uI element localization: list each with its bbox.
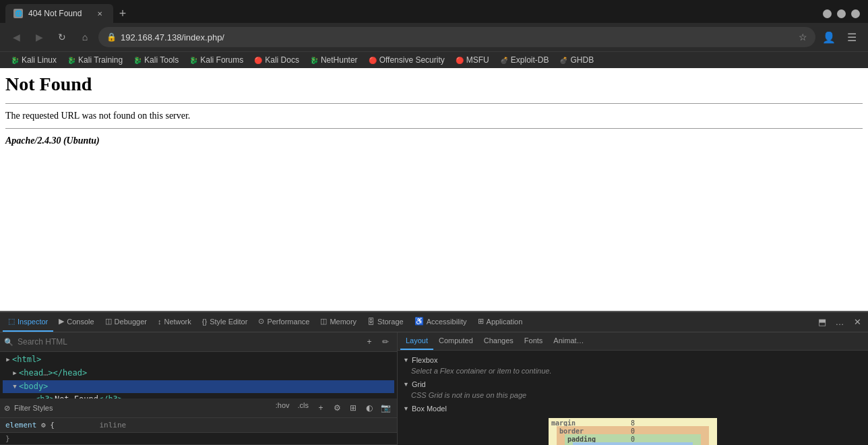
security-icon: 🔒 <box>106 32 117 42</box>
add-style-button[interactable]: + <box>313 400 328 415</box>
address-bar[interactable]: 🔒 192.168.47.138/index.php/ ☆ <box>98 27 815 47</box>
pick-element-button[interactable]: ✏ <box>378 334 393 349</box>
grid-section-header[interactable]: ▼ Grid <box>403 380 863 388</box>
toggle-style-button[interactable]: ◐ <box>362 400 377 415</box>
triangle-body: ▼ <box>11 382 19 392</box>
more-tools-button[interactable]: … <box>832 314 848 330</box>
bookmark-exploit-db[interactable]: 💣 Exploit-DB <box>496 54 553 66</box>
html-inspector-panel: 🔍 + ✏ ▶ <html> ▶ <head…></head> <box>0 332 398 445</box>
back-button[interactable]: ◀ <box>7 28 26 47</box>
navigation-bar: ◀ ▶ ↻ ⌂ 🔒 192.168.47.138/index.php/ ☆ 👤 … <box>0 23 868 51</box>
msfu-icon: 🔴 <box>456 56 464 64</box>
tab-computed[interactable]: Computed <box>433 332 478 350</box>
filter-actions: :hov .cls + ⚙ ⊞ ◐ 📷 <box>272 400 393 415</box>
kali-training-icon: 🐉 <box>67 56 75 64</box>
more-style-button[interactable]: ⊞ <box>346 400 361 415</box>
tree-line-body[interactable]: ▼ <body> <box>3 380 394 394</box>
box-model-visual: margin 8 8 8 8 border 0 <box>403 415 863 445</box>
bookmark-kali-training[interactable]: 🐉 Kali Training <box>63 54 127 66</box>
bookmarks-bar: 🐉 Kali Linux 🐉 Kali Training 🐉 Kali Tool… <box>0 51 868 68</box>
box-model-title: Box Model <box>412 405 447 413</box>
bookmark-ghdb[interactable]: 💣 GHDB <box>555 54 598 66</box>
tab-layout[interactable]: Layout <box>400 332 433 350</box>
style-editor-tab-label: Style Editor <box>210 318 247 326</box>
tab-changes[interactable]: Changes <box>478 332 519 350</box>
html-tree: ▶ <html> ▶ <head…></head> ▼ <body> <h3>N… <box>0 352 397 398</box>
exploit-db-icon: 💣 <box>500 56 508 64</box>
tree-line-head[interactable]: ▶ <head…></head> <box>3 367 394 380</box>
bookmark-kali-tools[interactable]: 🐉 Kali Tools <box>129 54 183 66</box>
console-tab-icon: ▶ <box>59 317 64 326</box>
settings-style-button[interactable]: ⚙ <box>330 400 344 415</box>
reload-button[interactable]: ↻ <box>53 28 71 47</box>
flexbox-title: Flexbox <box>412 356 438 364</box>
box-model-section-header[interactable]: ▼ Box Model <box>403 405 863 413</box>
grid-section-content: CSS Grid is not in use on this page <box>403 391 863 399</box>
devtools-tab-memory[interactable]: ◫ Memory <box>315 312 362 332</box>
devtools-tab-accessibility[interactable]: ♿ Accessibility <box>409 312 472 332</box>
home-button[interactable]: ⌂ <box>75 28 94 47</box>
active-tab[interactable]: 🌐 404 Not Found ✕ <box>5 4 113 23</box>
devtools-tab-performance[interactable]: ⊙ Performance <box>253 312 315 332</box>
tab-fonts[interactable]: Fonts <box>519 332 549 350</box>
bookmark-kali-linux[interactable]: 🐉 Kali Linux <box>7 54 61 66</box>
tab-close-button[interactable]: ✕ <box>94 8 105 19</box>
account-button[interactable]: 👤 <box>819 28 838 47</box>
cls-button[interactable]: .cls <box>294 400 313 415</box>
tab-title: 404 Not Found <box>28 9 89 18</box>
devtools-tab-network[interactable]: ↕ Network <box>152 313 197 332</box>
bookmark-kali-docs[interactable]: 🔴 Kali Docs <box>250 54 303 66</box>
bookmark-kali-docs-label: Kali Docs <box>265 55 299 65</box>
tab-favicon: 🌐 <box>13 9 23 18</box>
kali-docs-icon: 🔴 <box>254 56 262 64</box>
bookmark-nethunter-label: NetHunter <box>321 55 358 65</box>
network-tab-label: Network <box>164 318 191 326</box>
bookmark-nethunter[interactable]: 🐉 NetHunter <box>306 54 362 66</box>
flexbox-section-header[interactable]: ▼ Flexbox <box>403 356 863 364</box>
debugger-tab-label: Debugger <box>115 318 147 326</box>
screenshot-style-button[interactable]: 📷 <box>378 400 393 415</box>
triangle-html: ▶ <box>4 355 12 365</box>
new-tab-button[interactable]: + <box>113 4 132 23</box>
tag-h3-open: <h3> <box>35 393 55 398</box>
tag-body: <body> <box>19 380 48 394</box>
close-button[interactable] <box>851 9 860 18</box>
undock-button[interactable]: ⬒ <box>814 314 830 330</box>
tree-line-h3[interactable]: <h3>Not Found</h3> <box>3 393 394 398</box>
add-node-button[interactable]: + <box>362 334 377 349</box>
html-search-input[interactable] <box>18 337 358 347</box>
filter-styles-label: Filter Styles <box>14 404 53 412</box>
bookmark-kali-forums[interactable]: 🐉 Kali Forums <box>185 54 247 66</box>
layout-panel-body: ▼ Flexbox Select a Flex container or ite… <box>398 351 868 445</box>
bookmark-msfu[interactable]: 🔴 MSFU <box>452 54 493 66</box>
bookmark-offensive-security-label: Offensive Security <box>379 55 445 65</box>
bookmark-icon[interactable]: ☆ <box>799 32 807 42</box>
grid-arrow: ▼ <box>403 381 409 388</box>
devtools-tab-style-editor[interactable]: {} Style Editor <box>197 313 253 332</box>
tree-line-html[interactable]: ▶ <html> <box>3 353 394 367</box>
inspector-tab-icon: ⬚ <box>8 317 15 326</box>
devtools-tab-storage[interactable]: 🗄 Storage <box>362 313 409 332</box>
page-server-info: Apache/2.4.30 (Ubuntu) <box>5 136 863 146</box>
accessibility-tab-label: Accessibility <box>427 318 467 326</box>
element-brace-open: ⚙ { <box>41 421 55 429</box>
html-search-bar: 🔍 + ✏ <box>0 332 397 352</box>
close-devtools-button[interactable]: ✕ <box>849 314 865 330</box>
devtools-tab-application[interactable]: ⊞ Application <box>472 312 528 332</box>
tab-animations[interactable]: Animat… <box>548 332 589 350</box>
inspector-tab-label: Inspector <box>18 318 48 326</box>
layout-tabs: Layout Computed Changes Fonts Animat… <box>398 332 868 351</box>
forward-button[interactable]: ▶ <box>30 28 49 47</box>
memory-tab-label: Memory <box>330 318 356 326</box>
minimize-button[interactable] <box>823 9 832 18</box>
bookmark-offensive-security[interactable]: 🔴 Offensive Security <box>365 54 449 66</box>
maximize-button[interactable] <box>837 9 846 18</box>
ghdb-icon: 💣 <box>559 56 567 64</box>
devtools-tab-inspector[interactable]: ⬚ Inspector <box>3 312 53 332</box>
devtools-tab-debugger[interactable]: ◫ Debugger <box>100 312 152 332</box>
hov-button[interactable]: :hov <box>272 400 293 415</box>
layout-panel: Layout Computed Changes Fonts Animat… ▼ … <box>398 332 868 445</box>
devtools-tab-console[interactable]: ▶ Console <box>53 312 99 332</box>
menu-button[interactable]: ☰ <box>842 28 861 47</box>
tag-html: <html> <box>12 353 41 367</box>
